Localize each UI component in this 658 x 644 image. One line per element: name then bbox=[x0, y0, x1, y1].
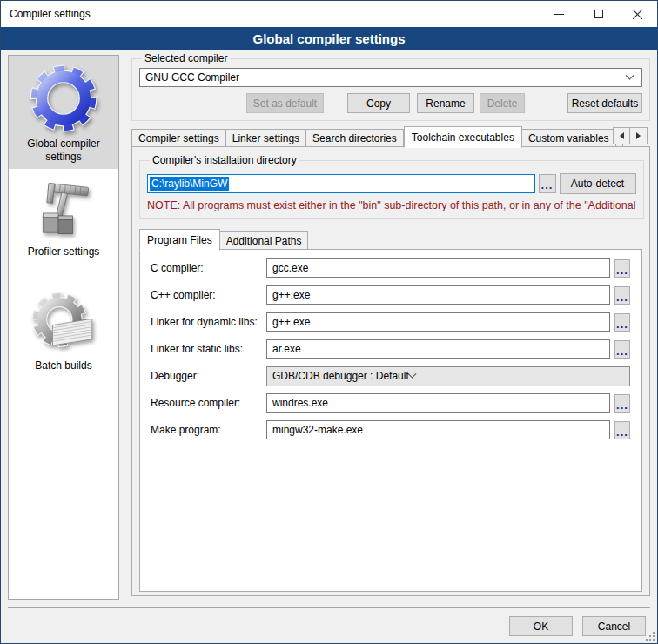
arrow-right-icon bbox=[636, 132, 641, 139]
linker-dynamic-browse-button[interactable]: ... bbox=[614, 313, 630, 332]
c-compiler-input[interactable]: gcc.exe bbox=[266, 258, 610, 278]
window-title: Compiler settings bbox=[1, 8, 540, 20]
main-panel: Selected compiler GNU GCC Compiler Set a… bbox=[131, 52, 650, 596]
installation-directory-legend: Compiler's installation directory bbox=[150, 154, 299, 166]
sidebar-item-global-compiler-settings[interactable]: Global compiler settings bbox=[9, 56, 118, 169]
make-program-browse-button[interactable]: ... bbox=[614, 421, 630, 439]
sidebar-item-label: Profiler settings bbox=[9, 244, 118, 264]
selected-compiler-legend: Selected compiler bbox=[142, 52, 230, 64]
auto-detect-button[interactable]: Auto-detect bbox=[560, 173, 636, 194]
sidebar-item-profiler-settings[interactable]: Profiler settings bbox=[9, 178, 118, 264]
installation-directory-browse-button[interactable]: ... bbox=[539, 174, 556, 193]
set-as-default-button[interactable]: Set as default bbox=[246, 93, 324, 113]
c-compiler-value: gcc.exe bbox=[272, 262, 308, 274]
program-files-page: C compiler: gcc.exe ... C++ compiler: g+… bbox=[139, 249, 642, 592]
page-title: Global compiler settings bbox=[1, 27, 657, 50]
selected-compiler-group: Selected compiler GNU GCC Compiler Set a… bbox=[131, 52, 650, 121]
c-compiler-label: C compiler: bbox=[151, 262, 266, 274]
chevron-down-icon bbox=[626, 70, 634, 79]
tab-linker-settings[interactable]: Linker settings bbox=[226, 129, 306, 147]
subtab-program-files[interactable]: Program Files bbox=[139, 229, 220, 251]
sidebar-item-label: Batch builds bbox=[9, 358, 118, 378]
sidebar-item-label: Global compiler settings bbox=[9, 136, 118, 169]
resize-grip[interactable] bbox=[653, 639, 655, 641]
debugger-label: Debugger: bbox=[151, 370, 266, 382]
cpp-compiler-input[interactable]: g++.exe bbox=[266, 285, 610, 305]
cpp-compiler-value: g++.exe bbox=[272, 289, 310, 301]
arrow-left-icon bbox=[620, 132, 624, 139]
cpp-compiler-browse-button[interactable]: ... bbox=[614, 286, 630, 305]
tab-scroll-right-button[interactable] bbox=[630, 127, 648, 144]
cancel-button[interactable]: Cancel bbox=[582, 616, 646, 636]
close-button[interactable] bbox=[618, 1, 657, 27]
debugger-combobox[interactable]: GDB/CDB debugger : Default bbox=[266, 366, 630, 386]
tab-custom-variables[interactable]: Custom variables bbox=[522, 129, 616, 147]
tab-compiler-settings[interactable]: Compiler settings bbox=[131, 129, 226, 147]
bin-subdirectory-note: NOTE: All programs must exist either in … bbox=[147, 199, 636, 211]
field-row-c-compiler: C compiler: gcc.exe ... bbox=[151, 258, 630, 278]
minimize-icon bbox=[554, 14, 564, 15]
field-row-debugger: Debugger: GDB/CDB debugger : Default bbox=[151, 366, 630, 386]
rename-button[interactable]: Rename bbox=[417, 93, 474, 113]
toolchain-executables-page: Compiler's installation directory C:\ray… bbox=[131, 146, 650, 596]
make-program-input[interactable]: mingw32-make.exe bbox=[266, 420, 610, 439]
delete-button[interactable]: Delete bbox=[480, 93, 525, 113]
linker-dynamic-label: Linker for dynamic libs: bbox=[151, 316, 266, 328]
installation-directory-value: C:\raylib\MinGW bbox=[150, 177, 229, 191]
c-compiler-browse-button[interactable]: ... bbox=[614, 259, 630, 278]
minimize-button[interactable] bbox=[540, 1, 579, 27]
field-row-linker-static: Linker for static libs: ar.exe ... bbox=[151, 339, 630, 359]
maximize-button[interactable] bbox=[579, 1, 618, 27]
compiler-combobox[interactable]: GNU GCC Compiler bbox=[139, 68, 642, 87]
copy-button[interactable]: Copy bbox=[347, 93, 410, 113]
compiler-settings-dialog: Compiler settings Global compiler settin… bbox=[0, 0, 658, 644]
compiler-buttons-row: Set as default Copy Rename Delete Reset … bbox=[139, 93, 642, 113]
program-files-tabstrip: Program Files Additional Paths bbox=[139, 228, 642, 250]
cpp-compiler-label: C++ compiler: bbox=[151, 289, 266, 301]
field-row-resource-compiler: Resource compiler: windres.exe ... bbox=[151, 393, 630, 413]
linker-static-label: Linker for static libs: bbox=[151, 343, 266, 355]
footer-separator bbox=[8, 607, 650, 608]
titlebar: Compiler settings bbox=[1, 1, 657, 27]
gray-gear-stack-icon bbox=[9, 290, 118, 358]
caliper-icon bbox=[9, 178, 118, 244]
linker-dynamic-value: g++.exe bbox=[272, 316, 310, 328]
installation-directory-row: C:\raylib\MinGW ... Auto-detect bbox=[147, 173, 636, 194]
field-row-make-program: Make program: mingw32-make.exe ... bbox=[151, 420, 630, 439]
linker-static-browse-button[interactable]: ... bbox=[614, 340, 630, 359]
resource-compiler-label: Resource compiler: bbox=[151, 397, 266, 409]
tab-scroll-left-button[interactable] bbox=[613, 127, 630, 144]
debugger-value: GDB/CDB debugger : Default bbox=[272, 370, 409, 382]
tab-search-directories[interactable]: Search directories bbox=[306, 129, 404, 147]
field-row-linker-dynamic: Linker for dynamic libs: g++.exe ... bbox=[151, 312, 630, 332]
tab-toolchain-executables[interactable]: Toolchain executables bbox=[404, 126, 522, 148]
make-program-label: Make program: bbox=[151, 424, 266, 436]
maximize-icon bbox=[594, 10, 603, 18]
close-icon bbox=[632, 9, 643, 20]
linker-static-input[interactable]: ar.exe bbox=[266, 339, 610, 359]
linker-dynamic-input[interactable]: g++.exe bbox=[266, 312, 610, 332]
main-tabstrip: Compiler settings Linker settings Search… bbox=[131, 125, 650, 147]
compiler-combobox-value: GNU GCC Compiler bbox=[145, 71, 627, 84]
settings-sidebar: Global compiler settings bbox=[8, 55, 119, 600]
subtab-additional-paths[interactable]: Additional Paths bbox=[220, 231, 309, 250]
field-row-cpp-compiler: C++ compiler: g++.exe ... bbox=[151, 285, 630, 305]
linker-static-value: ar.exe bbox=[272, 343, 301, 355]
blue-gear-icon bbox=[9, 56, 118, 136]
tab-scroll-arrows bbox=[613, 127, 648, 144]
ok-button[interactable]: OK bbox=[509, 616, 573, 636]
resource-compiler-value: windres.exe bbox=[272, 397, 328, 409]
resource-compiler-browse-button[interactable]: ... bbox=[614, 394, 630, 413]
installation-directory-group: Compiler's installation directory C:\ray… bbox=[139, 154, 644, 219]
make-program-value: mingw32-make.exe bbox=[272, 424, 363, 436]
footer-buttons: OK Cancel bbox=[509, 616, 646, 636]
reset-defaults-button[interactable]: Reset defaults bbox=[567, 93, 642, 113]
installation-directory-input[interactable]: C:\raylib\MinGW bbox=[147, 174, 535, 193]
dialog-body: Global compiler settings bbox=[1, 50, 657, 643]
sidebar-item-batch-builds[interactable]: Batch builds bbox=[9, 290, 118, 378]
resource-compiler-input[interactable]: windres.exe bbox=[266, 393, 610, 413]
